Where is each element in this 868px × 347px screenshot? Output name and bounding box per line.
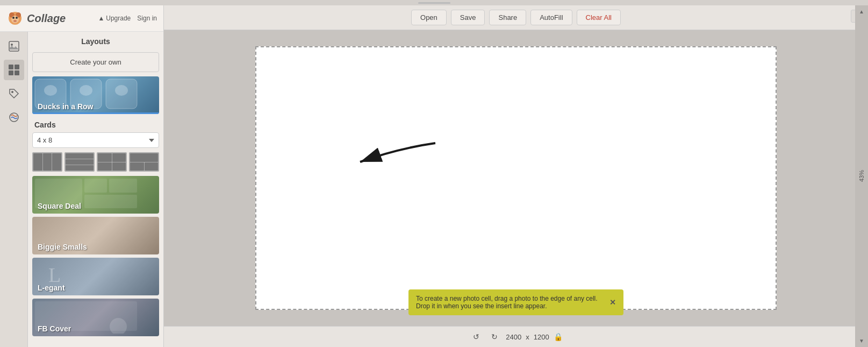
redo-button[interactable]: ↻ (487, 330, 501, 344)
svg-rect-10 (15, 65, 19, 69)
app-logo: Collage (6, 10, 92, 27)
tooltip-close-button[interactable]: ✕ (609, 298, 616, 307)
svg-rect-22 (84, 179, 107, 193)
layout-thumbs (32, 152, 159, 172)
layout-item-fb-cover[interactable]: FB Cover (32, 299, 159, 336)
upgrade-icon: ▲ (98, 15, 104, 22)
svg-point-13 (11, 91, 13, 93)
cards-section-title: Cards (32, 117, 159, 132)
toolbar: Open Save Share AutoFill Clear All (164, 5, 868, 30)
canvas-width: 2400 (506, 333, 521, 341)
save-button[interactable]: Save (451, 10, 485, 25)
svg-point-4 (12, 17, 15, 19)
svg-rect-23 (109, 179, 137, 193)
undo-button[interactable]: ↺ (469, 330, 483, 344)
zoom-up-button[interactable]: ▲ (859, 9, 864, 15)
svg-rect-11 (9, 70, 13, 75)
layouts-list: Create your own (28, 50, 163, 347)
canvas-area: To create a new photo cell, drag a photo… (164, 30, 868, 326)
layout-item-legant[interactable]: L L-egant (32, 258, 159, 295)
layout-thumb-4[interactable] (129, 152, 159, 172)
icon-rail (0, 32, 28, 347)
tooltip-bar: To create a new photo cell, drag a photo… (408, 289, 623, 315)
layout-item-square-deal[interactable]: Square Deal (32, 176, 159, 214)
layout-item-biggie-smalls[interactable]: Biggie Smalls (32, 217, 159, 254)
create-own-button[interactable]: Create your own (32, 52, 159, 72)
canvas-height: 1200 (534, 333, 549, 341)
cards-size-select[interactable]: 4 x 8 4 x 6 5 x 7 6 x 8 (32, 132, 159, 148)
svg-point-5 (16, 17, 18, 19)
layout-item-ducks[interactable]: Ducks in a Row (32, 76, 159, 114)
tags-icon[interactable] (4, 83, 24, 104)
status-bar: ↺ ↻ 2400 x 1200 🔒 (164, 326, 868, 347)
zoom-strip: ▲ 43% ▼ (855, 5, 868, 347)
zoom-value: 43% (858, 170, 865, 182)
tooltip-message: To create a new photo cell, drag a photo… (416, 295, 604, 310)
canvas-x-separator: x (526, 333, 529, 341)
zoom-down-button[interactable]: ▼ (859, 338, 864, 344)
upgrade-button[interactable]: ▲ Upgrade (98, 15, 131, 22)
layout-thumb-3[interactable] (97, 152, 127, 172)
top-bar-handle (418, 2, 450, 4)
svg-point-8 (11, 44, 13, 46)
cards-section: Cards 4 x 8 4 x 6 5 x 7 6 x 8 (32, 117, 159, 172)
layout-thumb-2[interactable] (64, 152, 95, 172)
svg-rect-9 (9, 65, 13, 69)
svg-rect-7 (9, 41, 19, 51)
svg-point-19 (80, 85, 92, 96)
ducks-selected-indicator (32, 112, 159, 114)
signin-button[interactable]: Sign in (137, 15, 157, 22)
svg-rect-12 (15, 70, 19, 75)
svg-point-20 (115, 85, 128, 96)
autofill-button[interactable]: AutoFill (530, 10, 572, 25)
clear-all-button[interactable]: Clear All (577, 10, 621, 25)
collage-canvas[interactable] (255, 46, 777, 310)
photos-icon[interactable] (4, 36, 24, 56)
paint-icon[interactable] (4, 107, 24, 128)
legant-label: L-egant (32, 280, 159, 295)
svg-point-6 (13, 20, 17, 22)
layouts-title: Layouts (28, 32, 163, 50)
main-canvas-area: Open Save Share AutoFill Clear All ✕ (164, 5, 868, 347)
svg-point-18 (44, 85, 57, 96)
app-title: Collage (27, 12, 66, 25)
lock-icon[interactable]: 🔒 (554, 332, 563, 341)
open-button[interactable]: Open (411, 10, 447, 25)
fb-cover-label: FB Cover (32, 321, 159, 336)
monkey-logo-icon (6, 10, 24, 27)
ducks-label: Ducks in a Row (32, 99, 159, 114)
layouts-icon[interactable] (4, 60, 24, 80)
biggie-smalls-label: Biggie Smalls (32, 239, 159, 254)
square-deal-label: Square Deal (32, 199, 159, 214)
layout-thumb-1[interactable] (32, 152, 62, 172)
share-button[interactable]: Share (489, 10, 526, 25)
